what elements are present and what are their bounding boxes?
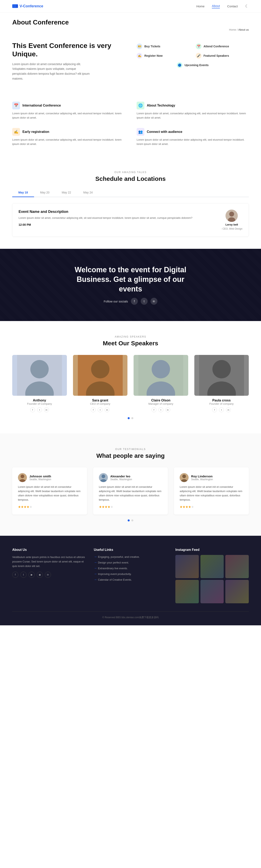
speakers-icon: 🎤	[196, 53, 201, 59]
instagram-thumb-3[interactable]	[225, 555, 249, 579]
instagram-grid	[175, 555, 249, 603]
nav-contact[interactable]: Contact	[227, 4, 238, 8]
instagram-thumb-4[interactable]	[175, 580, 199, 603]
hero-link-speakers[interactable]: 🎤 Featured Speakers	[196, 53, 249, 59]
speaker-claire-socials: f t in	[134, 407, 188, 412]
schedule-tabs: May 18 May 20 May 22 May 24	[12, 188, 249, 197]
testimonials-sub-label: OUR TESTIMONIALS	[12, 448, 249, 451]
anthony-facebook[interactable]: f	[30, 407, 35, 412]
speaker-dot-2[interactable]	[131, 417, 133, 419]
schedule-tab-0[interactable]: May 18	[12, 188, 34, 197]
brand-icon	[12, 4, 18, 8]
event-content: Event Name and Description Lorem ipsum d…	[19, 210, 215, 226]
footer-link-1[interactable]: Design your perfect event.	[94, 561, 167, 564]
johnson-name: Johnson smith	[29, 474, 51, 478]
instagram-thumb-2[interactable]	[200, 555, 224, 579]
svg-point-24	[182, 474, 186, 478]
svg-point-9	[91, 360, 109, 378]
hero-link-buy-tickets[interactable]: 🎫 Buy Tickets	[137, 43, 190, 49]
footer-link-0[interactable]: Engaging, purposeful, and creative.	[94, 555, 167, 559]
footer-instagram-col: Instagram Feed	[175, 548, 249, 603]
sara-twitter[interactable]: t	[98, 407, 103, 412]
instagram-thumb-6[interactable]	[225, 580, 249, 603]
claire-facebook[interactable]: f	[152, 407, 156, 412]
nav-home[interactable]: Home	[196, 4, 204, 8]
cta-facebook-btn[interactable]: f	[131, 298, 138, 305]
breadcrumb: Home / About us	[0, 28, 261, 31]
testimonial-dot-2[interactable]	[131, 519, 133, 522]
feature-audience-desc: Lorem ipsum dolor sit amet consectetur d…	[137, 138, 249, 146]
instagram-thumb-5[interactable]	[200, 580, 224, 603]
johnson-text: Lorem ipsum dolor sit amet init et conse…	[18, 485, 81, 502]
hero-link-attend[interactable]: 📅 Attend Conference	[196, 43, 249, 49]
speakers-section: AMAZING SPEAKERS Meet Our Speakers Antho…	[0, 321, 261, 433]
register-label: Register Now	[144, 54, 163, 57]
paula-linkedin[interactable]: in	[226, 407, 231, 412]
claire-twitter[interactable]: t	[158, 407, 163, 412]
claire-linkedin[interactable]: in	[165, 407, 170, 412]
nav-about[interactable]: About	[212, 4, 220, 8]
testimonial-alexander-header: Alexander leo Seattle, Washington	[99, 473, 162, 482]
testimonial-johnson-avatar	[18, 473, 27, 482]
alexander-stars: ★★★★★	[99, 505, 162, 509]
footer-youtube[interactable]: ▶	[29, 572, 35, 578]
paula-twitter[interactable]: t	[219, 407, 224, 412]
instagram-thumb-1[interactable]	[175, 555, 199, 579]
paula-facebook[interactable]: f	[212, 407, 217, 412]
testimonial-roy-avatar	[180, 473, 189, 482]
footer-about-col: About Us Vestibulum ante ipsum primis in…	[12, 548, 86, 603]
sara-facebook[interactable]: f	[91, 407, 96, 412]
schedule-event: Event Name and Description Lorem ipsum d…	[12, 203, 249, 237]
anthony-linkedin[interactable]: in	[44, 407, 49, 412]
alexander-text: Lorem ipsum dolor sit amet init et conse…	[99, 485, 162, 502]
speaker-sara-photo	[73, 355, 128, 396]
footer-twitter[interactable]: t	[21, 572, 27, 578]
events-icon: 🔵	[177, 62, 183, 68]
cta-social-row: Follow our socials f t in	[12, 298, 249, 305]
cta-twitter-btn[interactable]: t	[141, 298, 148, 305]
footer-link-2[interactable]: Extraordinary live events.	[94, 566, 167, 570]
testimonial-johnson: Johnson smith Seattle, Washington Lorem …	[12, 467, 87, 514]
footer-linkedin[interactable]: in	[45, 572, 51, 578]
feature-audience-title: Connect with audience	[147, 130, 182, 134]
speaker-paula-role: Founder of company	[194, 402, 249, 405]
anthony-twitter[interactable]: t	[37, 407, 42, 412]
hero-section: This Event Conference is very Unique. Lo…	[0, 31, 261, 91]
hero-left: This Event Conference is very Unique. Lo…	[12, 41, 124, 81]
footer-about-title: About Us	[12, 548, 86, 552]
footer-link-4[interactable]: Calendar of Creative Events.	[94, 578, 167, 582]
speaker-pagination	[12, 417, 249, 419]
footer-instagram[interactable]: ◉	[37, 572, 43, 578]
speaker-dot-1[interactable]	[128, 417, 130, 419]
brand-name: V-Conference	[20, 4, 43, 8]
nav-links: Home About Contact ☾	[196, 4, 249, 8]
cta-title: Welcome to the event for Digital Busines…	[69, 265, 192, 294]
footer-link-3[interactable]: Improving event productivity.	[94, 572, 167, 576]
testimonial-dot-1[interactable]	[128, 519, 130, 522]
hero-link-events[interactable]: 🔵 Upcoming Events	[137, 62, 249, 68]
footer-links-list: Engaging, purposeful, and creative. Desi…	[94, 555, 167, 582]
cta-linkedin-btn[interactable]: in	[151, 298, 157, 305]
speaker-sara-role: CEO of company	[73, 402, 128, 405]
schedule-tab-1[interactable]: May 20	[34, 188, 56, 197]
technology-icon: 🌐	[137, 102, 144, 110]
svg-marker-1	[16, 4, 18, 8]
schedule-title: Schedule and Locations	[12, 175, 249, 182]
breadcrumb-home[interactable]: Home	[229, 28, 236, 31]
theme-toggle[interactable]: ☾	[245, 4, 249, 8]
sara-linkedin[interactable]: in	[105, 407, 109, 412]
schedule-tab-2[interactable]: May 22	[56, 188, 77, 197]
page-header: About Conference	[0, 12, 261, 28]
schedule-tab-3[interactable]: May 24	[77, 188, 99, 197]
testimonials-section: OUR TESTIMONIALS What people are saying …	[0, 433, 261, 535]
speaker-sara: Sara grant CEO of company f t in	[73, 355, 128, 412]
brand[interactable]: V-Conference	[12, 4, 43, 8]
footer-links-col: Useful Links Engaging, purposeful, and c…	[94, 548, 167, 603]
feature-registration-title: Early registration	[23, 130, 50, 134]
roy-name: Roy Linderson	[191, 474, 213, 478]
footer-facebook[interactable]: f	[12, 572, 18, 578]
speakers-title: Meet Our Speakers	[12, 340, 249, 347]
speaker-claire-name: Claire Olson	[134, 399, 188, 402]
hero-link-register[interactable]: ✍️ Register Now	[137, 53, 190, 59]
buy-tickets-icon: 🎫	[137, 43, 142, 49]
